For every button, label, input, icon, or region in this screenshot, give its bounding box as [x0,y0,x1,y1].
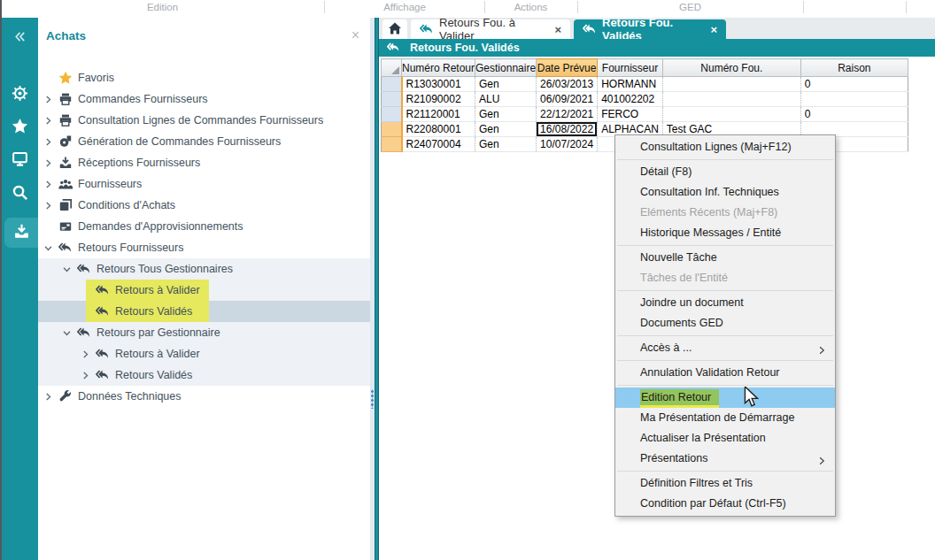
nav-item[interactable]: Consultation Lignes de Commandes Fournis… [38,110,370,131]
cell-date-pr-vue[interactable]: 22/12/2021 [537,107,598,122]
tab-close-icon[interactable]: × [554,23,561,36]
green-highlighted-label: Edition Retour [640,389,719,405]
menu-item[interactable]: Ma Présentation de Démarrage [615,408,835,428]
reply-icon [58,240,73,256]
menu-item[interactable]: Historique Messages / Entité [615,223,835,243]
cell-date-pr-vue[interactable]: 10/07/2024 [537,137,598,152]
column-header[interactable]: Date Prévue [537,59,598,77]
cell-num-ro-retour[interactable]: R21090002 [402,92,475,107]
column-header[interactable]: Numéro Fou. [662,59,800,77]
cell-gestionnaire[interactable]: Gen [475,107,537,122]
sidebar-button-inbox[interactable] [4,218,38,248]
row-selector[interactable] [382,77,402,92]
panel-splitter[interactable] [375,18,379,560]
menu-item[interactable]: Accès à ... [615,338,835,358]
menu-item[interactable]: Joindre un document [615,293,835,313]
panel-close-icon[interactable]: × [352,28,359,42]
chevron-spacer [43,72,56,84]
search-icon [12,184,28,204]
menu-item[interactable]: Documents GED [615,313,835,334]
cell-num-ro-fou-[interactable] [662,107,800,122]
nav-item[interactable]: Retours à Valider [38,343,370,364]
cell-num-ro-fou-[interactable] [662,92,800,107]
nav-item[interactable]: Retours Validés [38,364,370,386]
cell-gestionnaire[interactable]: Gen [475,137,537,152]
printer-icon [58,91,73,107]
tab-inactive[interactable]: Retours Fou. à Valider× [411,19,570,39]
tab-active[interactable]: Retours Fou. Validés× [574,19,726,39]
cell-num-ro-retour[interactable]: R22080001 [402,122,475,137]
menu-item[interactable]: Actualiser la Présentation [615,428,835,449]
cell-raison[interactable]: 0 [800,107,908,122]
nav-item[interactable]: Conditions d'Achats [38,195,370,216]
row-selector[interactable] [382,107,402,122]
cell-date-pr-vue[interactable]: 16/08/2022 [537,122,598,137]
row-selector[interactable] [382,92,402,107]
menu-item[interactable]: Edition Retour [615,387,835,408]
column-header[interactable]: Gestionnaire [475,59,537,77]
sidebar-button-wheel[interactable] [2,80,38,110]
nav-item-label: Retours Validés [115,369,192,381]
cell-num-ro-fou-[interactable] [662,77,800,92]
menu-separator [617,245,833,246]
nav-item[interactable]: Données Techniques [38,386,370,407]
cell-date-pr-vue[interactable]: 06/09/2021 [537,92,598,107]
menu-item[interactable]: Condition par Défaut (Ctrl-F5) [615,494,835,514]
nav-item[interactable]: Fournisseurs [38,173,370,195]
nav-item[interactable]: Retours par Gestionnaire [38,322,370,343]
row-selector[interactable] [382,137,402,152]
people-icon [58,176,73,192]
nav-item[interactable]: Retours Validés [38,301,370,322]
nav-item[interactable]: Réceptions Fournisseurs [38,152,370,173]
home-tab[interactable] [382,19,407,39]
menu-item-label: Détail (F8) [640,165,692,178]
cell-num-ro-retour[interactable]: R21120001 [402,107,475,122]
collapse-panel-button[interactable] [2,25,38,51]
cell-fournisseur[interactable]: HORMANN [598,77,663,92]
nav-item[interactable]: Retours Tous Gestionnaires [38,258,370,280]
mouse-cursor [744,387,759,411]
menu-item[interactable]: Nouvelle Tâche [615,248,835,268]
select-all-triangle-icon [391,66,399,74]
select-all-header[interactable] [382,59,402,77]
menu-item[interactable]: Consultation Inf. Techniques [615,182,835,203]
menu-item[interactable]: Présentations [615,449,835,469]
ribbon-separator [906,1,907,13]
cell-gestionnaire[interactable]: Gen [475,77,537,92]
column-header[interactable]: Numéro Retour [402,59,475,77]
cell-raison[interactable] [800,92,908,107]
menu-separator [617,159,833,160]
menu-item[interactable]: Annulation Validation Retour [615,363,835,383]
sidebar-button-star[interactable] [2,112,38,142]
nav-item[interactable]: Demandes d'Approvisionnements [38,216,370,237]
cell-date-pr-vue[interactable]: 26/03/2013 [537,77,598,92]
sidebar-button-monitor[interactable] [2,145,38,175]
cell-gestionnaire[interactable]: Gen [475,122,537,137]
cell-num-ro-retour[interactable]: R24070004 [402,137,475,152]
tab-close-icon[interactable]: × [710,23,717,36]
activity-sidebar [2,18,38,560]
nav-item[interactable]: Génération de Commandes Fournisseurs [38,131,370,152]
cell-fournisseur[interactable]: FERCO [598,107,663,122]
menu-item[interactable]: Détail (F8) [615,162,835,182]
cell-fournisseur[interactable]: 401002202 [598,92,663,107]
cell-gestionnaire[interactable]: ALU [475,92,537,107]
cell-num-ro-retour[interactable]: R13030001 [402,77,475,92]
cell-raison[interactable]: 0 [800,77,908,92]
menu-item[interactable]: Définition Filtres et Tris [615,473,835,494]
nav-item-label: Retours Validés [115,305,192,318]
nav-item[interactable]: Favoris [38,67,370,88]
menu-item-label: Présentations [640,452,707,464]
menu-separator [617,335,833,336]
column-header[interactable]: Raison [800,59,908,77]
reply-icon [95,367,111,383]
nav-item[interactable]: Retours à Valider [38,280,370,301]
scrollbar-handle[interactable] [371,389,374,409]
menu-item[interactable]: Consultation Lignes (Maj+F12) [615,137,835,157]
nav-item[interactable]: Retours Fournisseurs [38,237,370,258]
column-header[interactable]: Fournisseur [598,59,663,77]
row-selector[interactable] [382,122,402,137]
nav-item[interactable]: Commandes Fournisseurs [38,88,370,110]
sidebar-button-search[interactable] [2,179,38,209]
menu-item-label: Actualiser la Présentation [640,432,766,444]
